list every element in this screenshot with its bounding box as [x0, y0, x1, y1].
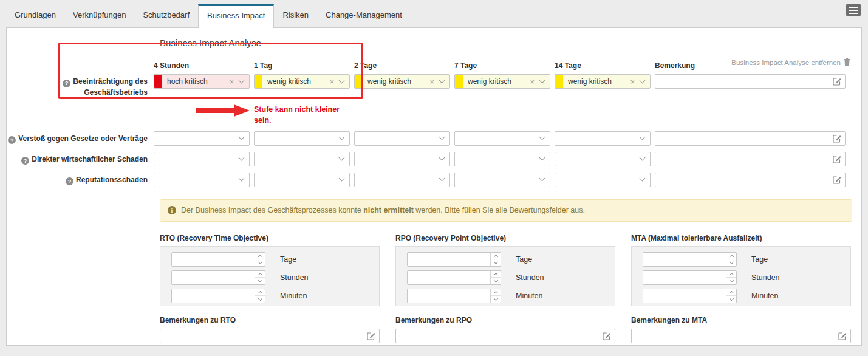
help-icon[interactable]: ?: [66, 177, 73, 185]
rpo-stunden-input[interactable]: [408, 271, 490, 284]
tab-grundlagen[interactable]: Grundlagen: [6, 5, 64, 27]
clear-selection-icon[interactable]: ×: [328, 78, 335, 86]
rto-stunden-input[interactable]: [172, 271, 255, 284]
severity-select[interactable]: [454, 131, 550, 146]
severity-select[interactable]: [354, 131, 450, 146]
severity-select[interactable]: [454, 152, 550, 166]
tab-schutzbedarf[interactable]: Schutzbedarf: [134, 5, 198, 27]
column-header-2-tage: 2 Tage: [354, 61, 450, 70]
step-up-button[interactable]: [491, 271, 501, 278]
unit-label: Stunden: [280, 273, 309, 282]
severity-select[interactable]: wenig kritisch ×: [354, 74, 450, 89]
edit-icon[interactable]: [833, 176, 841, 184]
severity-select[interactable]: wenig kritisch ×: [454, 74, 550, 89]
rto-remarks-input[interactable]: [160, 329, 367, 343]
step-up-button[interactable]: [491, 289, 501, 296]
remark-input[interactable]: [655, 152, 833, 166]
clear-selection-icon[interactable]: ×: [428, 78, 436, 86]
step-down-button[interactable]: [255, 296, 265, 303]
mta-remarks-label: Bemerkungen zu MTA: [631, 316, 851, 324]
help-icon[interactable]: ?: [8, 136, 16, 144]
severity-select[interactable]: [254, 131, 350, 146]
remark-input[interactable]: [655, 173, 833, 187]
step-down-button[interactable]: [726, 296, 736, 303]
severity-select[interactable]: [254, 173, 350, 187]
severity-select[interactable]: [354, 173, 450, 187]
step-up-button[interactable]: [726, 253, 736, 260]
edit-icon[interactable]: [367, 332, 375, 340]
edit-icon[interactable]: [833, 155, 841, 163]
severity-select[interactable]: wenig kritisch ×: [254, 74, 350, 89]
remark-input[interactable]: [655, 132, 833, 145]
step-down-button[interactable]: [255, 278, 265, 284]
mta-stunden-input[interactable]: [643, 271, 726, 284]
rpo-remarks-label: Bemerkungen zu RPO: [395, 316, 615, 324]
mta-tage-spinner: [643, 252, 737, 267]
matrix-row-gesetze: ?Verstoß gegen Gesetze oder Verträge: [7, 131, 861, 146]
step-up-button[interactable]: [726, 271, 736, 278]
rpo-minuten-input[interactable]: [408, 289, 490, 303]
step-down-button[interactable]: [726, 259, 736, 266]
mta-tage-input[interactable]: [643, 253, 726, 266]
error-arrow-icon: [154, 103, 250, 117]
tab-business-impact[interactable]: Business Impact: [198, 4, 274, 28]
chevron-down-icon: [439, 176, 445, 182]
severity-select[interactable]: [555, 173, 651, 187]
step-down-button[interactable]: [491, 278, 501, 284]
row-label: ?Direkter wirtschaftlicher Schaden: [7, 152, 154, 165]
severity-select[interactable]: wenig kritisch ×: [555, 74, 651, 89]
step-down-button[interactable]: [726, 278, 736, 284]
edit-icon[interactable]: [838, 332, 847, 340]
step-up-button[interactable]: [726, 289, 736, 296]
help-icon[interactable]: ?: [21, 157, 29, 165]
clear-selection-icon[interactable]: ×: [528, 78, 536, 86]
rpo-remarks-field: [395, 329, 615, 343]
chevron-down-icon: [439, 155, 445, 161]
step-up-button[interactable]: [255, 289, 265, 296]
tab-change-management[interactable]: Change-Management: [317, 5, 411, 27]
step-down-button[interactable]: [491, 259, 501, 266]
unit-label: Tage: [751, 255, 768, 264]
step-up-button[interactable]: [491, 253, 501, 260]
remark-input[interactable]: [655, 75, 833, 88]
unit-label: Stunden: [516, 273, 544, 282]
rpo-tage-spinner: [407, 252, 501, 267]
tab-risiken[interactable]: Risiken: [274, 5, 317, 27]
edit-icon[interactable]: [833, 134, 841, 143]
step-up-button[interactable]: [255, 271, 265, 278]
app-root: Grundlagen Verknüpfungen Schutzbedarf Bu…: [0, 0, 868, 346]
severity-select[interactable]: [555, 131, 651, 146]
rto-minuten-input[interactable]: [172, 289, 255, 303]
severity-select[interactable]: [454, 173, 550, 187]
severity-color-chip: [555, 75, 563, 88]
rpo-tage-input[interactable]: [408, 253, 490, 266]
rto-remarks-field: [160, 329, 380, 343]
chevron-down-icon: [239, 176, 245, 182]
tab-verknuepfungen[interactable]: Verknüpfungen: [64, 5, 134, 27]
mta-minuten-input[interactable]: [643, 289, 726, 303]
edit-icon[interactable]: [833, 77, 841, 86]
severity-value: wenig kritisch: [468, 77, 511, 86]
clear-selection-icon[interactable]: ×: [629, 78, 636, 86]
rto-tage-input[interactable]: [172, 253, 255, 266]
severity-select[interactable]: [555, 152, 651, 166]
step-down-button[interactable]: [255, 259, 265, 266]
chevron-down-icon: [339, 176, 345, 182]
help-icon[interactable]: ?: [63, 80, 70, 87]
step-up-button[interactable]: [255, 253, 265, 260]
chevron-down-icon: [640, 134, 646, 140]
severity-select[interactable]: [154, 173, 250, 187]
severity-select[interactable]: [354, 152, 450, 166]
severity-select[interactable]: [154, 152, 250, 166]
severity-select[interactable]: [254, 152, 350, 166]
unit-label: Minuten: [516, 292, 542, 300]
edit-icon[interactable]: [603, 332, 611, 340]
list-menu-icon[interactable]: [846, 4, 861, 16]
severity-select[interactable]: hoch kritisch ×: [154, 74, 250, 89]
remark-field: [655, 74, 846, 89]
step-down-button[interactable]: [491, 296, 501, 303]
clear-selection-icon[interactable]: ×: [228, 78, 235, 86]
rpo-remarks-input[interactable]: [396, 329, 603, 343]
severity-select[interactable]: [154, 131, 250, 146]
mta-remarks-input[interactable]: [632, 329, 838, 343]
